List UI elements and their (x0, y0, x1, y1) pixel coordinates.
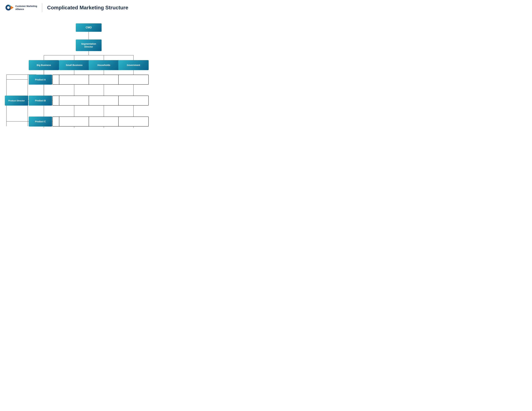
org-chart: CMO Segmentation Director Big Business S… (5, 17, 172, 140)
segmentation-director-node: Segmentation Director (76, 39, 102, 51)
big-business-node: Big Business (29, 60, 59, 70)
diagram: CMO Segmentation Director Big Business S… (5, 20, 172, 136)
cell-c-households (89, 117, 119, 127)
logo-icon (5, 3, 14, 12)
small-business-node: Small Business (59, 60, 89, 70)
cmo-node: CMO (76, 23, 102, 32)
product-b-node: Product B (29, 96, 52, 106)
cell-a-government (118, 75, 149, 85)
header: Customer Marketing Alliance Complicated … (5, 3, 172, 15)
svg-marker-1 (10, 6, 14, 9)
cell-b-households (89, 96, 119, 106)
title-area: Complicated Marketing Structure (42, 5, 128, 11)
cell-c-smallbusiness (59, 117, 89, 127)
cell-a-households (89, 75, 119, 85)
government-node: Government (118, 60, 149, 70)
cell-c-government (118, 117, 149, 127)
cell-b-government (118, 96, 149, 106)
svg-point-2 (7, 6, 10, 9)
page-title: Complicated Marketing Structure (47, 5, 128, 11)
brand-name: Customer Marketing Alliance (15, 5, 37, 10)
product-a-node: Product A (29, 75, 52, 85)
product-c-node: Product C (29, 117, 52, 127)
logo-area: Customer Marketing Alliance (5, 3, 42, 12)
cell-b-smallbusiness (59, 96, 89, 106)
cell-a-smallbusiness (59, 75, 89, 85)
product-director-node: Product Director (5, 96, 28, 106)
households-node: Households (89, 60, 119, 70)
